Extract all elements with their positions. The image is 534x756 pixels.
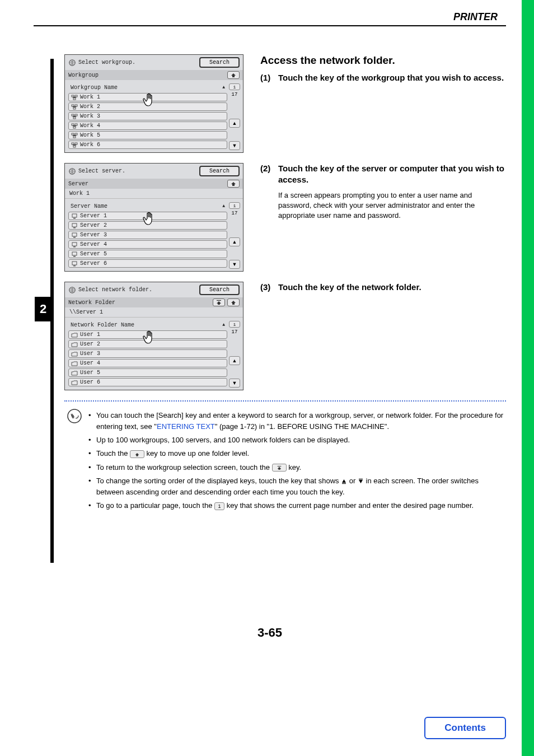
item-label: Server 6	[80, 260, 107, 267]
note-text: To return to the workgroup selection scr…	[96, 463, 272, 472]
up-top-icon	[272, 464, 287, 472]
list-item[interactable]: Server 4	[68, 240, 227, 249]
list-item[interactable]: Work 4	[68, 122, 227, 130]
svg-rect-24	[72, 233, 77, 236]
note-text: " (page 1-72) in "1. BEFORE USING THE MA…	[215, 422, 389, 431]
note-text: To go to a particular page, touch the	[96, 501, 214, 510]
workgroup-screen: Select workgroup. Search Workgroup Workg…	[64, 54, 243, 153]
svg-rect-9	[73, 117, 76, 119]
svg-rect-4	[72, 105, 74, 106]
column-header[interactable]: Network Folder Name	[71, 322, 134, 328]
list-item[interactable]: User 4	[68, 359, 227, 367]
server-icon	[71, 232, 78, 238]
scroll-down-button[interactable]: ▼	[229, 379, 240, 388]
scroll-up-button[interactable]: ▲	[229, 119, 240, 128]
item-label: Work 1	[80, 94, 100, 100]
column-header[interactable]: Workgroup Name	[71, 85, 118, 91]
list-item[interactable]: Server 3	[68, 231, 227, 239]
item-label: Work 6	[80, 142, 100, 148]
svg-rect-17	[75, 143, 77, 144]
note-text: key to move up one folder level.	[144, 449, 249, 458]
svg-rect-20	[72, 214, 77, 217]
svg-rect-7	[72, 114, 74, 116]
up-button[interactable]	[227, 71, 240, 79]
list-item[interactable]: Server 6	[68, 259, 227, 268]
column-header[interactable]: Server Name	[71, 203, 107, 209]
list-item[interactable]: User 1	[68, 330, 227, 339]
page-number-button[interactable]: 1	[229, 202, 240, 209]
contents-button[interactable]: Contents	[424, 717, 506, 739]
item-label: Server 5	[80, 251, 107, 257]
breadcrumb-label: Workgroup	[68, 72, 99, 78]
item-label: Work 2	[80, 104, 100, 110]
step-number: (3)	[260, 282, 278, 293]
list-item[interactable]: Work 3	[68, 112, 227, 120]
svg-rect-6	[73, 108, 76, 109]
page-header: PRINTER	[34, 11, 506, 23]
breadcrumb-path: \\Server 1	[65, 307, 243, 318]
workgroup-icon	[71, 95, 78, 100]
svg-rect-13	[72, 133, 74, 135]
svg-rect-25	[73, 237, 76, 238]
server-icon	[71, 242, 78, 248]
scroll-down-button[interactable]: ▼	[229, 260, 240, 269]
item-label: Server 3	[80, 232, 107, 238]
item-label: Work 5	[80, 132, 100, 138]
list-item[interactable]: Work 5	[68, 131, 227, 139]
scroll-up-button[interactable]: ▲	[229, 237, 240, 246]
list-item[interactable]: Work 6	[68, 141, 227, 149]
server-screen: Select server. Search Server Work 1 Serv…	[64, 163, 243, 272]
step-number: (2)	[260, 163, 278, 186]
list-item[interactable]: Work 1	[68, 93, 227, 101]
svg-rect-14	[75, 133, 77, 135]
item-label: User 5	[80, 370, 100, 376]
sort-asc-icon: ▲	[222, 85, 225, 91]
up-button[interactable]	[227, 298, 240, 306]
list-item[interactable]: User 2	[68, 340, 227, 348]
step-description: If a screen appears prompting you to ent…	[278, 190, 506, 221]
breadcrumb-path: Work 1	[65, 189, 243, 199]
note-text: or	[347, 477, 358, 485]
folder-icon	[71, 380, 78, 385]
note-text: Touch the	[96, 449, 130, 458]
globe-icon	[68, 167, 76, 175]
svg-rect-12	[73, 127, 76, 128]
list-item[interactable]: Server 1	[68, 212, 227, 220]
up-level-icon	[130, 450, 144, 458]
up-top-button[interactable]	[213, 298, 225, 306]
svg-rect-21	[73, 218, 76, 219]
page-number-icon: 1	[214, 502, 224, 510]
search-button[interactable]: Search	[199, 166, 240, 176]
svg-rect-31	[73, 265, 76, 267]
scroll-up-button[interactable]: ▲	[229, 356, 240, 365]
sort-asc-icon: ▲	[222, 322, 225, 328]
workgroup-icon	[71, 123, 78, 129]
screen-title: Select network folder.	[78, 287, 152, 293]
item-label: User 2	[80, 341, 100, 347]
list-item[interactable]: Work 2	[68, 102, 227, 111]
search-button[interactable]: Search	[199, 284, 240, 295]
header-rule	[34, 25, 506, 26]
server-icon	[71, 213, 78, 219]
list-item[interactable]: User 3	[68, 349, 227, 358]
page-total: 17	[232, 211, 238, 216]
svg-rect-28	[72, 252, 77, 255]
list-item[interactable]: Server 5	[68, 250, 227, 258]
svg-rect-26	[72, 242, 77, 246]
search-button[interactable]: Search	[199, 57, 240, 68]
list-item[interactable]: Server 2	[68, 221, 227, 230]
page-number-button[interactable]: 1	[229, 321, 240, 328]
up-button[interactable]	[227, 180, 240, 188]
workgroup-icon	[71, 133, 78, 138]
list-item[interactable]: User 6	[68, 378, 227, 386]
item-label: Server 4	[80, 241, 107, 248]
link-entering-text[interactable]: ENTERING TEXT	[157, 422, 215, 431]
section-title: Access the network folder.	[260, 54, 506, 67]
scroll-down-button[interactable]: ▼	[229, 141, 240, 150]
sort-asc-icon	[341, 478, 347, 484]
page-number-button[interactable]: 1	[229, 83, 240, 90]
list-item[interactable]: User 5	[68, 368, 227, 377]
folder-icon	[71, 351, 78, 357]
sort-asc-icon: ▲	[222, 203, 225, 209]
svg-rect-23	[73, 227, 76, 228]
